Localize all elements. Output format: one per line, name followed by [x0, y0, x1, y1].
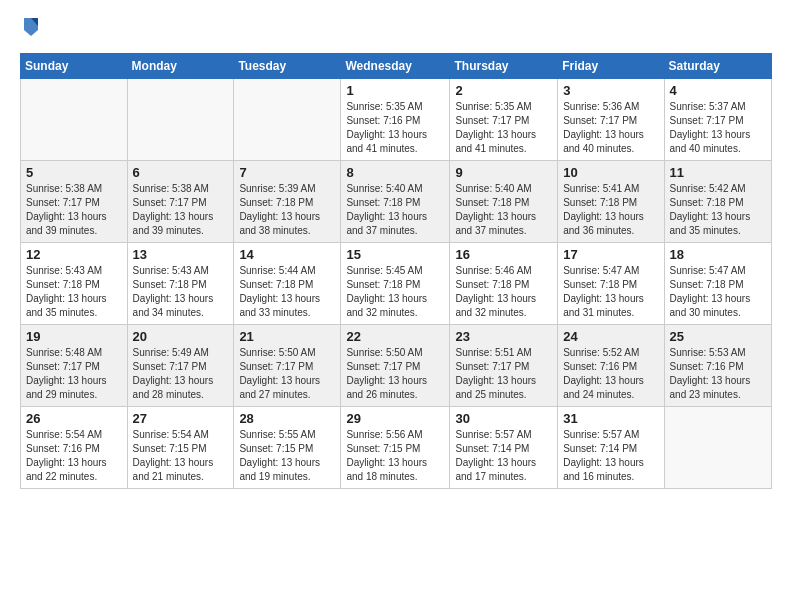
- day-number: 9: [455, 165, 552, 180]
- day-number: 20: [133, 329, 229, 344]
- day-number: 31: [563, 411, 658, 426]
- day-number: 25: [670, 329, 766, 344]
- day-cell: [234, 79, 341, 161]
- day-number: 18: [670, 247, 766, 262]
- day-cell: [664, 407, 771, 489]
- day-number: 22: [346, 329, 444, 344]
- day-cell: 5Sunrise: 5:38 AMSunset: 7:17 PMDaylight…: [21, 161, 128, 243]
- day-number: 7: [239, 165, 335, 180]
- logo: [20, 16, 40, 43]
- day-cell: 30Sunrise: 5:57 AMSunset: 7:14 PMDayligh…: [450, 407, 558, 489]
- calendar-table: SundayMondayTuesdayWednesdayThursdayFrid…: [20, 53, 772, 489]
- day-number: 21: [239, 329, 335, 344]
- day-cell: 29Sunrise: 5:56 AMSunset: 7:15 PMDayligh…: [341, 407, 450, 489]
- day-cell: 4Sunrise: 5:37 AMSunset: 7:17 PMDaylight…: [664, 79, 771, 161]
- day-info: Sunrise: 5:57 AMSunset: 7:14 PMDaylight:…: [455, 428, 552, 484]
- day-info: Sunrise: 5:46 AMSunset: 7:18 PMDaylight:…: [455, 264, 552, 320]
- day-number: 11: [670, 165, 766, 180]
- day-info: Sunrise: 5:45 AMSunset: 7:18 PMDaylight:…: [346, 264, 444, 320]
- day-cell: 18Sunrise: 5:47 AMSunset: 7:18 PMDayligh…: [664, 243, 771, 325]
- week-row-1: 1Sunrise: 5:35 AMSunset: 7:16 PMDaylight…: [21, 79, 772, 161]
- day-cell: [21, 79, 128, 161]
- day-cell: 31Sunrise: 5:57 AMSunset: 7:14 PMDayligh…: [558, 407, 664, 489]
- weekday-header-tuesday: Tuesday: [234, 54, 341, 79]
- day-cell: 7Sunrise: 5:39 AMSunset: 7:18 PMDaylight…: [234, 161, 341, 243]
- day-number: 3: [563, 83, 658, 98]
- day-cell: 9Sunrise: 5:40 AMSunset: 7:18 PMDaylight…: [450, 161, 558, 243]
- day-number: 26: [26, 411, 122, 426]
- day-info: Sunrise: 5:50 AMSunset: 7:17 PMDaylight:…: [239, 346, 335, 402]
- weekday-header-row: SundayMondayTuesdayWednesdayThursdayFrid…: [21, 54, 772, 79]
- day-cell: 14Sunrise: 5:44 AMSunset: 7:18 PMDayligh…: [234, 243, 341, 325]
- day-info: Sunrise: 5:55 AMSunset: 7:15 PMDaylight:…: [239, 428, 335, 484]
- day-cell: 19Sunrise: 5:48 AMSunset: 7:17 PMDayligh…: [21, 325, 128, 407]
- day-info: Sunrise: 5:51 AMSunset: 7:17 PMDaylight:…: [455, 346, 552, 402]
- day-number: 2: [455, 83, 552, 98]
- day-info: Sunrise: 5:35 AMSunset: 7:16 PMDaylight:…: [346, 100, 444, 156]
- day-info: Sunrise: 5:47 AMSunset: 7:18 PMDaylight:…: [670, 264, 766, 320]
- day-number: 17: [563, 247, 658, 262]
- day-cell: 26Sunrise: 5:54 AMSunset: 7:16 PMDayligh…: [21, 407, 128, 489]
- day-info: Sunrise: 5:50 AMSunset: 7:17 PMDaylight:…: [346, 346, 444, 402]
- day-info: Sunrise: 5:40 AMSunset: 7:18 PMDaylight:…: [346, 182, 444, 238]
- day-cell: 6Sunrise: 5:38 AMSunset: 7:17 PMDaylight…: [127, 161, 234, 243]
- weekday-header-wednesday: Wednesday: [341, 54, 450, 79]
- day-info: Sunrise: 5:43 AMSunset: 7:18 PMDaylight:…: [26, 264, 122, 320]
- day-info: Sunrise: 5:49 AMSunset: 7:17 PMDaylight:…: [133, 346, 229, 402]
- day-number: 1: [346, 83, 444, 98]
- day-info: Sunrise: 5:39 AMSunset: 7:18 PMDaylight:…: [239, 182, 335, 238]
- day-info: Sunrise: 5:35 AMSunset: 7:17 PMDaylight:…: [455, 100, 552, 156]
- weekday-header-thursday: Thursday: [450, 54, 558, 79]
- day-cell: 10Sunrise: 5:41 AMSunset: 7:18 PMDayligh…: [558, 161, 664, 243]
- day-info: Sunrise: 5:37 AMSunset: 7:17 PMDaylight:…: [670, 100, 766, 156]
- day-cell: 15Sunrise: 5:45 AMSunset: 7:18 PMDayligh…: [341, 243, 450, 325]
- day-number: 8: [346, 165, 444, 180]
- day-info: Sunrise: 5:54 AMSunset: 7:16 PMDaylight:…: [26, 428, 122, 484]
- day-cell: 27Sunrise: 5:54 AMSunset: 7:15 PMDayligh…: [127, 407, 234, 489]
- day-number: 19: [26, 329, 122, 344]
- day-info: Sunrise: 5:56 AMSunset: 7:15 PMDaylight:…: [346, 428, 444, 484]
- week-row-5: 26Sunrise: 5:54 AMSunset: 7:16 PMDayligh…: [21, 407, 772, 489]
- day-cell: 11Sunrise: 5:42 AMSunset: 7:18 PMDayligh…: [664, 161, 771, 243]
- day-info: Sunrise: 5:38 AMSunset: 7:17 PMDaylight:…: [26, 182, 122, 238]
- week-row-3: 12Sunrise: 5:43 AMSunset: 7:18 PMDayligh…: [21, 243, 772, 325]
- day-cell: 8Sunrise: 5:40 AMSunset: 7:18 PMDaylight…: [341, 161, 450, 243]
- day-number: 5: [26, 165, 122, 180]
- day-cell: 25Sunrise: 5:53 AMSunset: 7:16 PMDayligh…: [664, 325, 771, 407]
- day-cell: 17Sunrise: 5:47 AMSunset: 7:18 PMDayligh…: [558, 243, 664, 325]
- day-number: 6: [133, 165, 229, 180]
- day-number: 13: [133, 247, 229, 262]
- day-number: 16: [455, 247, 552, 262]
- day-info: Sunrise: 5:57 AMSunset: 7:14 PMDaylight:…: [563, 428, 658, 484]
- weekday-header-saturday: Saturday: [664, 54, 771, 79]
- day-cell: 23Sunrise: 5:51 AMSunset: 7:17 PMDayligh…: [450, 325, 558, 407]
- day-number: 14: [239, 247, 335, 262]
- day-cell: 20Sunrise: 5:49 AMSunset: 7:17 PMDayligh…: [127, 325, 234, 407]
- weekday-header-friday: Friday: [558, 54, 664, 79]
- day-cell: 22Sunrise: 5:50 AMSunset: 7:17 PMDayligh…: [341, 325, 450, 407]
- day-info: Sunrise: 5:54 AMSunset: 7:15 PMDaylight:…: [133, 428, 229, 484]
- day-info: Sunrise: 5:38 AMSunset: 7:17 PMDaylight:…: [133, 182, 229, 238]
- day-number: 23: [455, 329, 552, 344]
- day-number: 12: [26, 247, 122, 262]
- day-info: Sunrise: 5:40 AMSunset: 7:18 PMDaylight:…: [455, 182, 552, 238]
- day-number: 15: [346, 247, 444, 262]
- day-number: 29: [346, 411, 444, 426]
- day-cell: [127, 79, 234, 161]
- logo-icon: [22, 16, 40, 38]
- day-number: 27: [133, 411, 229, 426]
- week-row-2: 5Sunrise: 5:38 AMSunset: 7:17 PMDaylight…: [21, 161, 772, 243]
- day-info: Sunrise: 5:53 AMSunset: 7:16 PMDaylight:…: [670, 346, 766, 402]
- day-cell: 2Sunrise: 5:35 AMSunset: 7:17 PMDaylight…: [450, 79, 558, 161]
- day-cell: 28Sunrise: 5:55 AMSunset: 7:15 PMDayligh…: [234, 407, 341, 489]
- day-info: Sunrise: 5:44 AMSunset: 7:18 PMDaylight:…: [239, 264, 335, 320]
- week-row-4: 19Sunrise: 5:48 AMSunset: 7:17 PMDayligh…: [21, 325, 772, 407]
- day-info: Sunrise: 5:52 AMSunset: 7:16 PMDaylight:…: [563, 346, 658, 402]
- day-cell: 24Sunrise: 5:52 AMSunset: 7:16 PMDayligh…: [558, 325, 664, 407]
- day-cell: 3Sunrise: 5:36 AMSunset: 7:17 PMDaylight…: [558, 79, 664, 161]
- logo-text: [20, 16, 40, 43]
- day-info: Sunrise: 5:42 AMSunset: 7:18 PMDaylight:…: [670, 182, 766, 238]
- day-number: 24: [563, 329, 658, 344]
- day-info: Sunrise: 5:47 AMSunset: 7:18 PMDaylight:…: [563, 264, 658, 320]
- weekday-header-monday: Monday: [127, 54, 234, 79]
